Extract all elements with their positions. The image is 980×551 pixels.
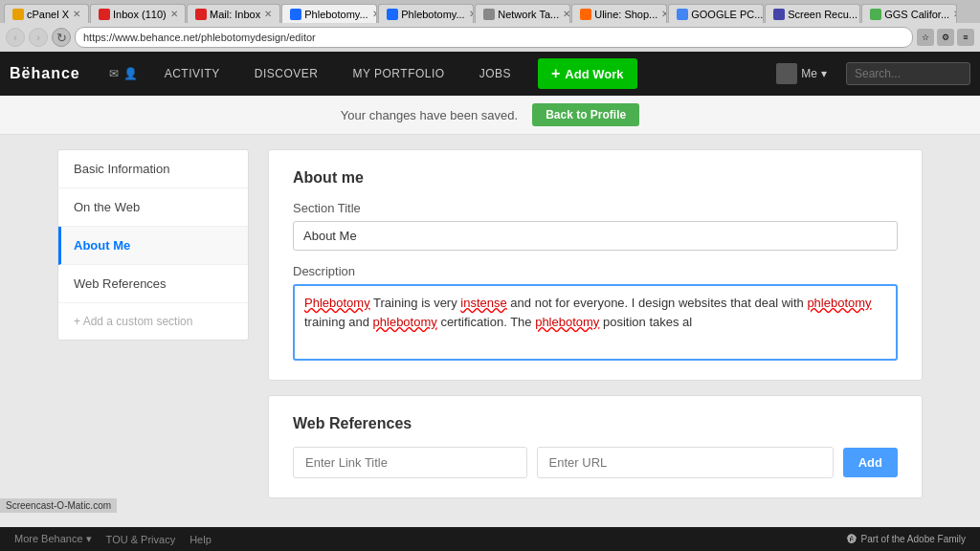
tab-gmail-inbox[interactable]: Inbox (110) ✕ — [90, 4, 186, 23]
tab-favicon — [12, 9, 24, 20]
sidebar-item-on-the-web[interactable]: On the Web — [58, 188, 248, 227]
tab-label: GGS Califor... — [884, 9, 949, 20]
search-input[interactable] — [846, 62, 970, 85]
misspelled-word-2: instense — [460, 296, 506, 310]
chevron-down-icon: ▾ — [821, 67, 827, 80]
adobe-badge: 🅐 Part of the Adobe Family — [847, 534, 966, 544]
notification-icon[interactable]: 👤 — [123, 67, 138, 80]
tab-uline[interactable]: Uline: Shop... ✕ — [571, 4, 667, 23]
sidebar-item-basic-info[interactable]: Basic Information — [58, 150, 248, 188]
tab-favicon — [99, 9, 110, 20]
sidebar-item-about-me[interactable]: About Me — [58, 227, 248, 265]
url-text: https://www.behance.net/phlebotomydesign… — [83, 32, 316, 43]
tab-label: GOOGLE PC... — [691, 9, 763, 20]
tab-label: Mail: Inbox — [210, 9, 260, 20]
nav-logo[interactable]: Bëhance — [10, 65, 80, 82]
forward-button[interactable]: › — [29, 28, 48, 47]
notification-bar: Your changes have been saved. Back to Pr… — [0, 96, 980, 135]
footer-help[interactable]: Help — [189, 534, 212, 545]
sidebar: Basic Information On the Web About Me We… — [57, 149, 249, 513]
tab-label: Phlebotomy... — [304, 9, 368, 20]
back-to-profile-button[interactable]: Back to Profile — [532, 103, 639, 126]
web-references-heading: Web References — [293, 415, 898, 432]
tab-ggs[interactable]: GGS Califor... ✕ — [861, 4, 957, 23]
tab-favicon — [773, 9, 785, 20]
tab-label: Uline: Shop... — [594, 9, 657, 20]
tab-label: Inbox (110) — [113, 9, 167, 20]
add-link-button[interactable]: Add — [843, 448, 898, 477]
web-references-card: Web References Add — [268, 395, 923, 498]
tab-close-icon[interactable]: ✕ — [953, 9, 957, 19]
sidebar-add-section[interactable]: + Add a custom section — [58, 303, 248, 340]
address-bar[interactable]: https://www.behance.net/phlebotomydesign… — [75, 27, 913, 48]
address-icons: ☆ ⚙ ≡ — [917, 29, 974, 46]
tab-favicon — [870, 9, 881, 20]
misspelled-word-3: phlebotomy — [807, 296, 871, 310]
tab-close-icon[interactable]: ✕ — [170, 9, 178, 19]
tab-network[interactable]: Network Ta... ✕ — [475, 4, 570, 23]
settings-icon[interactable]: ⚙ — [937, 29, 954, 46]
adobe-icon: 🅐 — [847, 534, 857, 544]
mail-icon[interactable]: ✉ — [109, 67, 119, 80]
nav-link-activity[interactable]: ACTIVITY — [157, 63, 228, 84]
tab-favicon — [387, 9, 398, 20]
tab-close-icon[interactable]: ✕ — [661, 9, 667, 19]
adobe-text: Part of the Adobe Family — [860, 534, 966, 544]
web-ref-inputs-row: Add — [293, 447, 898, 478]
link-title-input[interactable] — [293, 447, 527, 478]
sidebar-item-web-references[interactable]: Web References — [58, 265, 248, 303]
bookmark-icon[interactable]: ☆ — [917, 29, 934, 46]
description-label: Description — [293, 264, 898, 278]
section-title-input[interactable] — [293, 221, 898, 251]
tab-mail[interactable]: Mail: Inbox ✕ — [187, 4, 280, 23]
about-me-card: About me Section Title Description Phleb… — [268, 149, 923, 381]
plus-icon: + — [551, 65, 560, 82]
tab-phlebotomy-2[interactable]: Phlebotomy... ✕ — [378, 4, 474, 23]
tab-phlebotomy-active[interactable]: Phlebotomy... ✕ — [281, 4, 377, 23]
nav-link-portfolio[interactable]: MY PORTFOLIO — [345, 63, 452, 84]
url-input[interactable] — [537, 447, 834, 478]
footer: More Behance ▾ TOU & Privacy Help 🅐 Part… — [0, 527, 980, 551]
sidebar-card: Basic Information On the Web About Me We… — [57, 149, 249, 341]
reload-button[interactable]: ↻ — [52, 28, 71, 47]
footer-tou[interactable]: TOU & Privacy — [106, 534, 176, 545]
logo-text: Bëhance — [10, 65, 80, 81]
tab-favicon — [195, 9, 207, 20]
about-me-heading: About me — [293, 169, 898, 187]
nav-link-jobs[interactable]: JOBS — [472, 63, 519, 84]
screencast-watermark: Screencast-O-Matic.com — [0, 498, 117, 513]
tab-label: Phlebotomy... — [401, 9, 464, 20]
misspelled-word-4: phlebotomy — [373, 315, 437, 329]
add-work-button[interactable]: + Add Work — [538, 58, 637, 89]
tab-label: cPanel X — [27, 9, 69, 20]
tab-google[interactable]: GOOGLE PC... ✕ — [668, 4, 764, 23]
back-button[interactable]: ‹ — [6, 28, 25, 47]
tab-favicon — [290, 9, 301, 20]
description-textarea[interactable]: Phlebotomy Training is very instense and… — [293, 284, 898, 361]
tab-close-icon[interactable]: ✕ — [469, 9, 475, 19]
tab-favicon — [580, 9, 591, 20]
tab-bar: cPanel X ✕ Inbox (110) ✕ Mail: Inbox ✕ P… — [0, 0, 980, 23]
tab-close-icon[interactable]: ✕ — [73, 9, 80, 19]
notification-message: Your changes have been saved. — [341, 108, 518, 122]
misspelled-word-5: phlebotomy — [535, 315, 599, 329]
user-label: Me — [801, 67, 817, 80]
misspelled-word-1: Phlebotomy — [304, 296, 370, 310]
tab-screen[interactable]: Screen Recu... ✕ — [765, 4, 860, 23]
tab-cpanel[interactable]: cPanel X ✕ — [4, 4, 89, 23]
main-nav: Bëhance ✉ 👤 ACTIVITY DISCOVER MY PORTFOL… — [0, 52, 980, 96]
footer-more-behance[interactable]: More Behance ▾ — [14, 533, 92, 545]
address-bar-row: ‹ › ↻ https://www.behance.net/phlebotomy… — [0, 23, 980, 52]
tab-close-icon[interactable]: ✕ — [563, 9, 570, 19]
nav-link-discover[interactable]: DISCOVER — [247, 63, 326, 84]
more-icon[interactable]: ≡ — [957, 29, 974, 46]
tab-label: Network Ta... — [498, 9, 559, 20]
tab-label: Screen Recu... — [788, 9, 858, 20]
section-title-label: Section Title — [293, 201, 898, 215]
nav-message-icons: ✉ 👤 — [109, 67, 138, 80]
avatar — [776, 63, 797, 84]
tab-close-icon[interactable]: ✕ — [264, 9, 272, 19]
tab-close-icon[interactable]: ✕ — [372, 9, 378, 19]
user-menu[interactable]: Me ▾ — [776, 63, 827, 84]
tab-favicon — [483, 9, 495, 20]
